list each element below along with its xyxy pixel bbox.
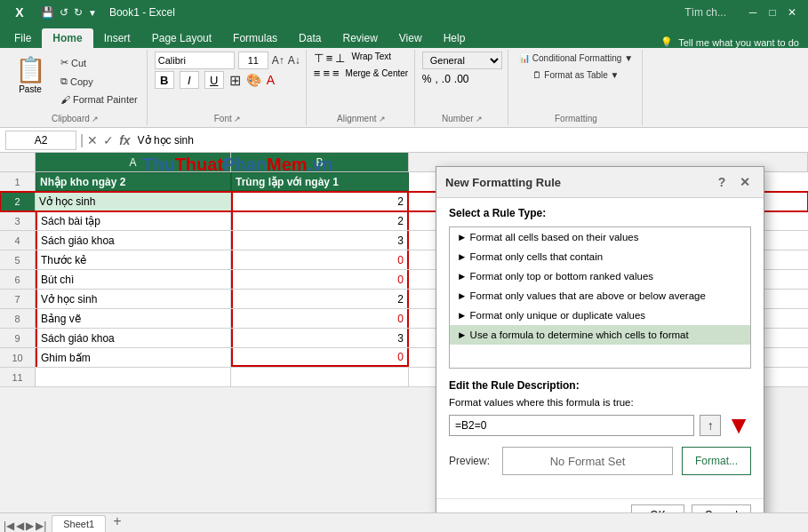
- font-top-row: A↑ A↓: [155, 52, 300, 69]
- align-center-icon[interactable]: ≡: [323, 67, 330, 80]
- font-name-input[interactable]: [155, 52, 235, 69]
- number-expand-icon[interactable]: ↗: [476, 115, 483, 123]
- cell-b8[interactable]: 0: [231, 309, 409, 328]
- sheet-nav-right1[interactable]: ▶: [26, 520, 34, 532]
- rule-item-4[interactable]: ► Format only unique or duplicate values: [450, 306, 750, 325]
- dialog-help-button[interactable]: ?: [712, 172, 732, 192]
- align-right-icon[interactable]: ≡: [332, 67, 340, 80]
- cell-a9[interactable]: Sách giáo khoa: [36, 329, 231, 347]
- rule-list[interactable]: ► Format all cells based on their values…: [449, 226, 751, 369]
- cell-b6[interactable]: 0: [231, 270, 409, 289]
- dialog-close-button[interactable]: ✕: [735, 172, 755, 192]
- format-painter-button[interactable]: 🖌 Format Painter: [57, 92, 141, 107]
- number-format-select[interactable]: General Number Currency Percentage Text: [422, 52, 502, 69]
- cell-b2[interactable]: 2: [231, 192, 409, 210]
- confirm-formula-icon[interactable]: ✓: [103, 133, 114, 147]
- font-size-dec-icon[interactable]: A↓: [288, 54, 300, 67]
- cell-a7[interactable]: Vở học sinh: [36, 290, 231, 308]
- col-header-a[interactable]: A: [36, 153, 231, 171]
- cell-b7[interactable]: 2: [231, 290, 409, 308]
- cell-a11[interactable]: [36, 368, 231, 386]
- ribbon-tabs: File Home Insert Page Layout Formulas Da…: [0, 25, 808, 48]
- cell-a6[interactable]: Bút chì: [36, 270, 231, 289]
- rule-item-1[interactable]: ► Format only cells that contain: [450, 247, 750, 266]
- format-as-table-button[interactable]: 🗒 Format as Table ▼: [529, 68, 622, 82]
- font-size-inc-icon[interactable]: A↑: [272, 54, 284, 67]
- cancel-formula-icon[interactable]: ✕: [87, 133, 98, 147]
- italic-button[interactable]: I: [180, 71, 199, 89]
- undo-icon[interactable]: ↺: [60, 6, 68, 19]
- cell-b5[interactable]: 0: [231, 250, 409, 269]
- sheet-nav-right2[interactable]: ▶|: [36, 520, 46, 532]
- font-color-icon[interactable]: A: [267, 73, 275, 87]
- minimize-button[interactable]: ─: [744, 4, 762, 20]
- merge-center-button[interactable]: Merge & Center: [346, 68, 409, 78]
- align-bottom-icon[interactable]: ⊥: [335, 52, 345, 65]
- clipboard-expand-icon[interactable]: ↗: [92, 115, 99, 123]
- font-size-input[interactable]: [238, 52, 268, 69]
- name-box[interactable]: [5, 131, 76, 150]
- sheet-nav-left1[interactable]: |◀: [4, 520, 14, 532]
- tab-help[interactable]: Help: [433, 28, 476, 48]
- align-top-icon[interactable]: ⊤: [314, 52, 324, 65]
- cell-b9[interactable]: 3: [231, 329, 409, 347]
- border-icon[interactable]: ⊞: [229, 72, 241, 89]
- paste-button[interactable]: 📋 Paste: [9, 52, 52, 98]
- rule-item-2[interactable]: ► Format only top or bottom ranked value…: [450, 266, 750, 286]
- alignment-expand-icon[interactable]: ↗: [379, 115, 386, 123]
- rule-item-0[interactable]: ► Format all cells based on their values: [450, 227, 750, 247]
- maximize-button[interactable]: □: [764, 4, 781, 20]
- tab-formulas[interactable]: Formulas: [222, 28, 288, 48]
- align-left-icon[interactable]: ≡: [314, 67, 321, 80]
- formula-ref-button[interactable]: ↑: [700, 415, 721, 436]
- cell-a8[interactable]: Bảng vẽ: [36, 309, 231, 328]
- sheet-nav[interactable]: |◀ ◀ ▶ ▶|: [4, 520, 46, 532]
- tell-me-label[interactable]: Tell me what you want to do: [678, 37, 799, 48]
- conditional-formatting-button[interactable]: 📊 Conditional Formatting ▼: [516, 52, 636, 65]
- font-expand-icon[interactable]: ↗: [234, 115, 241, 123]
- add-sheet-button[interactable]: +: [106, 511, 128, 532]
- cell-b10[interactable]: 0: [231, 348, 409, 367]
- tab-pagelayout[interactable]: Page Layout: [141, 28, 222, 48]
- formula-input-dialog[interactable]: [449, 415, 694, 436]
- cut-button[interactable]: ✂ Cut: [57, 55, 141, 70]
- formula-input[interactable]: [134, 132, 803, 148]
- increase-decimal-icon[interactable]: .00: [454, 73, 469, 85]
- cell-a1[interactable]: Nhập kho ngày 2: [36, 172, 231, 191]
- redo-icon[interactable]: ↻: [74, 6, 83, 19]
- tab-review[interactable]: Review: [332, 28, 388, 48]
- cell-a5[interactable]: Thước kẻ: [36, 250, 231, 269]
- tab-file[interactable]: File: [4, 28, 42, 48]
- cell-a2[interactable]: Vở học sinh: [36, 192, 231, 210]
- cell-b11[interactable]: [231, 368, 409, 386]
- bold-button[interactable]: B: [155, 71, 174, 89]
- cell-b4[interactable]: 3: [231, 231, 409, 250]
- cell-b3[interactable]: 2: [231, 211, 409, 230]
- cell-a3[interactable]: Sách bài tập: [36, 211, 231, 230]
- tab-home[interactable]: Home: [42, 28, 92, 48]
- copy-button[interactable]: ⧉ Copy: [57, 74, 141, 89]
- rule-item-5[interactable]: ► Use a formula to determine which cells…: [450, 325, 750, 345]
- tab-data[interactable]: Data: [288, 28, 332, 48]
- tab-view[interactable]: View: [388, 28, 433, 48]
- tab-insert[interactable]: Insert: [93, 28, 141, 48]
- insert-function-icon[interactable]: fx: [119, 133, 130, 147]
- decrease-decimal-icon[interactable]: .0: [442, 73, 451, 85]
- cell-a4[interactable]: Sách giáo khoa: [36, 231, 231, 250]
- format-button[interactable]: Format...: [682, 447, 751, 475]
- wrap-text-button[interactable]: Wrap Text: [351, 52, 391, 65]
- rule-item-3[interactable]: ► Format only values that are above or b…: [450, 286, 750, 306]
- quick-access-more[interactable]: ▼: [88, 8, 97, 18]
- percent-icon[interactable]: %: [422, 73, 432, 85]
- save-icon[interactable]: 💾: [41, 6, 54, 19]
- cell-b1[interactable]: Trùng lặp với ngày 1: [231, 172, 409, 191]
- sheet-tab-1[interactable]: Sheet1: [52, 515, 106, 532]
- sheet-nav-left2[interactable]: ◀: [16, 520, 24, 532]
- underline-button[interactable]: U: [204, 71, 224, 89]
- cell-a10[interactable]: Ghim bấm: [36, 348, 231, 367]
- col-header-b[interactable]: B: [231, 153, 409, 171]
- close-button[interactable]: ✕: [783, 4, 801, 20]
- fill-color-icon[interactable]: 🎨: [246, 73, 261, 87]
- align-middle-icon[interactable]: ≡: [326, 52, 333, 65]
- comma-icon[interactable]: ,: [435, 73, 437, 85]
